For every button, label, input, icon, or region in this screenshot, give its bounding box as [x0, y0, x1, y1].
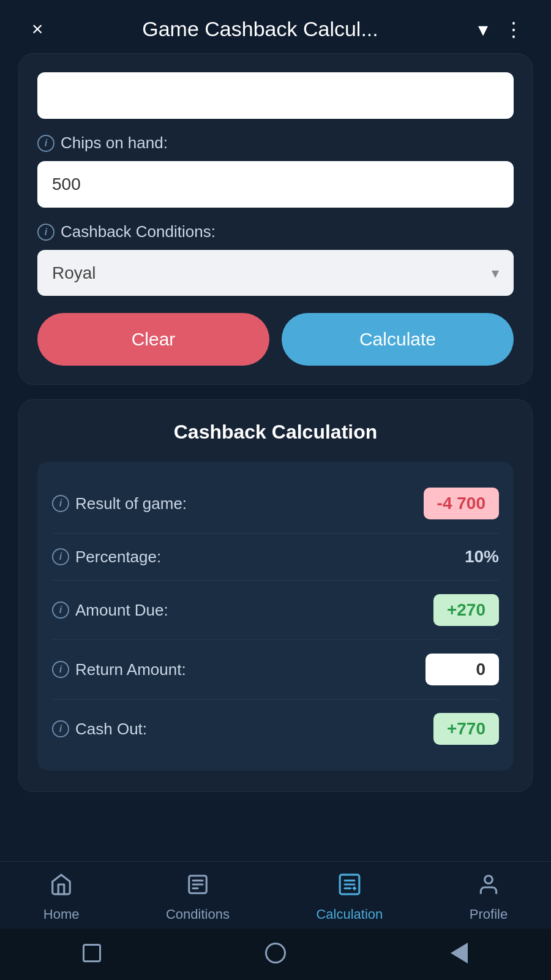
calculate-button[interactable]: Calculate: [282, 313, 514, 366]
bottom-navigation: Home Conditions Calculation: [0, 861, 551, 929]
cashback-select[interactable]: Royal Standard VIP: [37, 250, 514, 296]
circle-icon: [265, 943, 286, 963]
cashback-label: i Cashback Conditions:: [37, 222, 514, 241]
nav-profile-label: Profile: [470, 907, 508, 922]
triangle-icon: [451, 943, 468, 963]
input-card: i Chips on hand: i Cashback Conditions: …: [18, 53, 533, 385]
chips-label: i Chips on hand:: [37, 134, 514, 153]
cashback-calculation-card: Cashback Calculation i Result of game: -…: [18, 399, 533, 792]
result-info-icon[interactable]: i: [52, 495, 69, 512]
chips-input[interactable]: [37, 161, 514, 208]
amount-due-row: i Amount Due: +270: [52, 581, 499, 640]
cashback-info-icon[interactable]: i: [37, 224, 54, 241]
top-input-field[interactable]: [37, 72, 514, 119]
cashback-select-wrapper: Royal Standard VIP ▾: [37, 250, 514, 296]
header: × Game Cashback Calcul... ▾ ⋮: [0, 0, 551, 53]
menu-icon[interactable]: ⋮: [498, 18, 529, 41]
nav-conditions[interactable]: Conditions: [154, 873, 242, 922]
calculation-results: i Result of game: -4 700 i Percentage: 1…: [37, 462, 514, 771]
calculation-title: Cashback Calculation: [37, 421, 514, 443]
system-navigation: [0, 929, 551, 980]
chips-info-icon[interactable]: i: [37, 135, 54, 152]
percentage-value: 10%: [465, 547, 499, 567]
amount-due-value: +270: [433, 594, 499, 626]
system-back-button[interactable]: [446, 940, 473, 967]
profile-icon: [477, 873, 500, 902]
top-partial-input: [37, 72, 514, 119]
percentage-row: i Percentage: 10%: [52, 533, 499, 581]
page-title: Game Cashback Calcul...: [53, 17, 468, 41]
result-value: -4 700: [424, 488, 499, 519]
action-buttons: Clear Calculate: [37, 313, 514, 366]
system-home-button[interactable]: [262, 940, 289, 967]
nav-calculation-label: Calculation: [316, 907, 383, 922]
cash-out-value: +770: [433, 713, 499, 745]
calculation-icon: [338, 873, 361, 902]
svg-point-10: [485, 876, 493, 884]
nav-home[interactable]: Home: [31, 873, 92, 922]
dropdown-icon[interactable]: ▾: [468, 18, 498, 41]
clear-button[interactable]: Clear: [37, 313, 269, 366]
nav-conditions-label: Conditions: [166, 907, 230, 922]
cash-out-info-icon[interactable]: i: [52, 720, 69, 737]
return-amount-value: 0: [425, 654, 499, 685]
return-amount-row: i Return Amount: 0: [52, 640, 499, 699]
cash-out-row: i Cash Out: +770: [52, 699, 499, 758]
nav-home-label: Home: [43, 907, 80, 922]
nav-calculation[interactable]: Calculation: [304, 873, 395, 922]
conditions-icon: [186, 873, 209, 902]
main-content: i Chips on hand: i Cashback Conditions: …: [0, 53, 551, 861]
system-square-button[interactable]: [78, 940, 105, 967]
percentage-info-icon[interactable]: i: [52, 548, 69, 565]
amount-due-info-icon[interactable]: i: [52, 601, 69, 619]
square-icon: [83, 944, 101, 962]
home-icon: [50, 873, 73, 902]
result-of-game-row: i Result of game: -4 700: [52, 474, 499, 533]
nav-profile[interactable]: Profile: [457, 873, 520, 922]
close-button[interactable]: ×: [22, 18, 53, 40]
return-info-icon[interactable]: i: [52, 661, 69, 678]
